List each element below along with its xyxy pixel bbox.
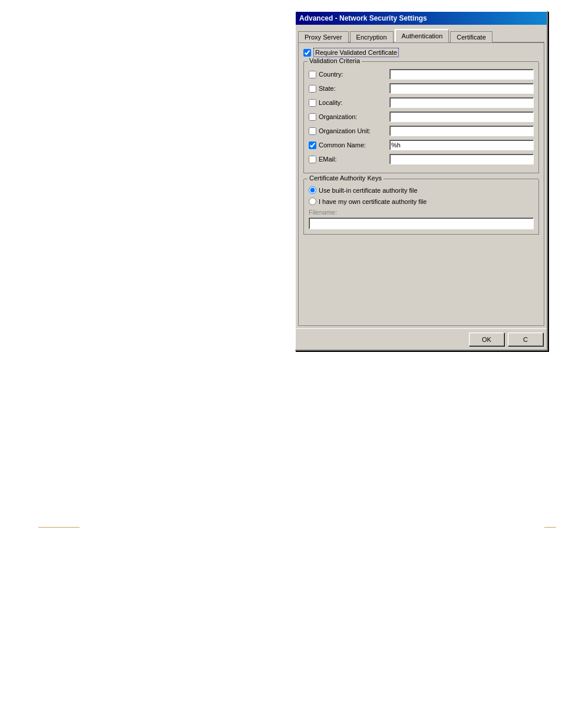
email-input[interactable]	[389, 154, 534, 164]
field-row-email: EMail:	[309, 154, 534, 164]
common-name-checkbox[interactable]	[309, 141, 316, 149]
require-validated-row: Require Validated Certificate	[303, 48, 539, 57]
certificate-authority-group: Certificate Authority Keys Use built-in …	[303, 179, 539, 235]
authentication-panel: Require Validated Certificate Validation…	[298, 43, 544, 326]
filename-input[interactable]	[309, 218, 534, 229]
email-label: EMail:	[319, 156, 389, 163]
tabs-row: Proxy Server Encryption Authentication C…	[298, 27, 544, 43]
dialog-buttons: OK C	[296, 328, 547, 350]
locality-label: Locality:	[319, 99, 389, 106]
field-row-common-name: Common Name:	[309, 140, 534, 150]
field-row-locality: Locality:	[309, 97, 534, 108]
organization-label: Organization:	[319, 113, 389, 120]
own-cert-label: I have my own certificate authority file	[319, 198, 427, 205]
filename-label: Filename:	[309, 209, 534, 216]
country-label: Country:	[319, 71, 389, 78]
locality-checkbox[interactable]	[309, 99, 316, 107]
org-unit-input[interactable]	[389, 126, 534, 136]
decorative-underline-2	[544, 527, 556, 528]
validation-criteria-group: Validation Criteria Country: State: Loca…	[303, 62, 539, 173]
cancel-button[interactable]: C	[508, 332, 543, 346]
tab-authentication[interactable]: Authentication	[395, 29, 449, 42]
field-row-org-unit: Organization Unit:	[309, 126, 534, 136]
require-validated-checkbox[interactable]	[303, 49, 311, 57]
dialog-content: Proxy Server Encryption Authentication C…	[296, 25, 547, 328]
dialog-titlebar: Advanced - Network Security Settings	[296, 12, 547, 25]
radio-use-builtin: Use built-in certificate authority file	[309, 186, 534, 194]
radio-own-cert: I have my own certificate authority file	[309, 197, 534, 205]
organization-checkbox[interactable]	[309, 113, 316, 121]
require-validated-label: Require Validated Certificate	[313, 48, 399, 57]
state-checkbox[interactable]	[309, 85, 316, 93]
dialog-title: Advanced - Network Security Settings	[299, 14, 427, 22]
country-input[interactable]	[389, 69, 534, 80]
ok-button[interactable]: OK	[469, 332, 504, 346]
field-row-state: State:	[309, 83, 534, 94]
field-row-country: Country:	[309, 69, 534, 80]
org-unit-label: Organization Unit:	[319, 127, 389, 134]
country-checkbox[interactable]	[309, 71, 316, 78]
state-label: State:	[319, 85, 389, 92]
field-row-organization: Organization:	[309, 111, 534, 122]
own-cert-radio[interactable]	[309, 197, 316, 205]
common-name-label: Common Name:	[319, 141, 389, 149]
validation-criteria-label: Validation Criteria	[308, 57, 362, 64]
tab-encryption[interactable]: Encryption	[350, 31, 394, 42]
tab-proxy-server[interactable]: Proxy Server	[298, 31, 349, 42]
organization-input[interactable]	[389, 111, 534, 122]
state-input[interactable]	[389, 83, 534, 94]
common-name-input[interactable]	[389, 140, 534, 150]
org-unit-checkbox[interactable]	[309, 127, 316, 135]
locality-input[interactable]	[389, 97, 534, 108]
main-dialog: Advanced - Network Security Settings Pro…	[295, 11, 548, 351]
cert-authority-label: Certificate Authority Keys	[308, 174, 384, 182]
tab-certificate[interactable]: Certificate	[450, 31, 492, 42]
email-checkbox[interactable]	[309, 156, 316, 163]
use-builtin-label: Use built-in certificate authority file	[319, 187, 418, 194]
use-builtin-radio[interactable]	[309, 186, 316, 194]
decorative-underline-1	[38, 527, 80, 528]
